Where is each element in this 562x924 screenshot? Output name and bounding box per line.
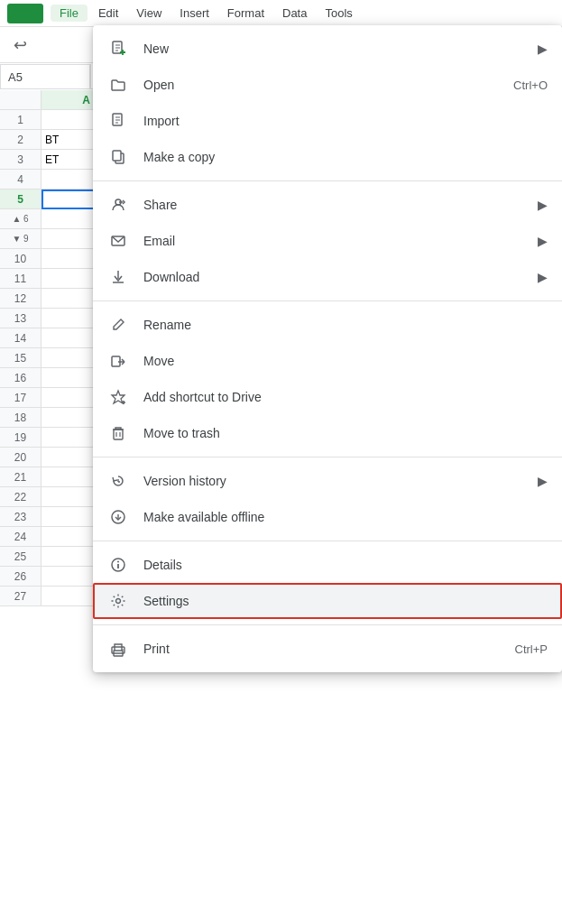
- menu-label-rename: Rename: [143, 318, 548, 332]
- row-header-11[interactable]: 11: [0, 269, 41, 289]
- svg-marker-21: [112, 391, 124, 403]
- shortcut-print: Ctrl+P: [515, 642, 548, 656]
- row-header-16[interactable]: 16: [0, 368, 41, 388]
- menu-label-email: Email: [143, 234, 538, 248]
- menu-item-share[interactable]: Share ▶: [93, 187, 562, 223]
- row-header-13[interactable]: 13: [0, 309, 41, 328]
- file-menu: New ▶ Open Ctrl+O Import: [93, 25, 562, 672]
- app-logo: [7, 4, 43, 23]
- menu-item-add-shortcut[interactable]: Add shortcut to Drive: [93, 379, 562, 415]
- settings-icon: [107, 590, 129, 612]
- divider-1: [93, 180, 562, 181]
- menu-label-print: Print: [143, 642, 515, 656]
- menu-label-add-shortcut: Add shortcut to Drive: [143, 390, 548, 404]
- arrow-icon-share: ▶: [538, 198, 548, 212]
- row-header-24[interactable]: 24: [0, 527, 41, 547]
- menu-item-email[interactable]: Email ▶: [93, 223, 562, 259]
- menu-label-import: Import: [143, 114, 548, 128]
- svg-point-35: [117, 561, 119, 563]
- row-header-18[interactable]: 18: [0, 408, 41, 428]
- share-icon: [107, 194, 129, 216]
- undo-button[interactable]: ↩: [7, 32, 32, 58]
- menu-item-details[interactable]: Details: [93, 547, 562, 583]
- row-header-10[interactable]: 10: [0, 249, 41, 269]
- menu-item-settings[interactable]: Settings: [93, 583, 562, 619]
- menu-view[interactable]: View: [129, 3, 169, 23]
- menu-item-print[interactable]: Print Ctrl+P: [93, 631, 562, 667]
- copy-icon: [107, 146, 129, 168]
- divider-4: [93, 541, 562, 541]
- menu-label-details: Details: [143, 558, 548, 572]
- row-header-5[interactable]: 5: [0, 189, 41, 209]
- menu-item-move-trash[interactable]: Move to trash: [93, 415, 562, 451]
- arrow-icon-version-history: ▶: [538, 474, 548, 488]
- menu-item-new[interactable]: New ▶: [93, 31, 562, 67]
- arrow-icon-email: ▶: [538, 234, 548, 248]
- menu-label-download: Download: [143, 270, 538, 284]
- menu-insert[interactable]: Insert: [172, 3, 217, 23]
- svg-point-36: [116, 599, 121, 604]
- row-header-25[interactable]: 25: [0, 547, 41, 567]
- row-header-6[interactable]: ▲ 6: [0, 209, 41, 229]
- row-header-9[interactable]: ▼ 9: [0, 229, 41, 249]
- menu-item-open[interactable]: Open Ctrl+O: [93, 67, 562, 103]
- row-header-19[interactable]: 19: [0, 428, 41, 448]
- divider-3: [93, 457, 562, 457]
- row-header-23[interactable]: 23: [0, 507, 41, 527]
- menu-label-offline: Make available offline: [143, 510, 548, 524]
- row-header-4[interactable]: 4: [0, 170, 41, 189]
- menu-item-download[interactable]: Download ▶: [93, 259, 562, 295]
- row-header-17[interactable]: 17: [0, 388, 41, 408]
- menu-label-make-copy: Make a copy: [143, 150, 548, 164]
- row-header-26[interactable]: 26: [0, 567, 41, 587]
- email-icon: [107, 230, 129, 252]
- menu-bar: File Edit View Insert Format Data Tools: [0, 0, 562, 27]
- menu-edit[interactable]: Edit: [91, 3, 125, 23]
- download-icon: [107, 266, 129, 288]
- row-header-14[interactable]: 14: [0, 328, 41, 348]
- menu-tools[interactable]: Tools: [318, 3, 359, 23]
- history-icon: [107, 470, 129, 492]
- row-header-27[interactable]: 27: [0, 587, 41, 606]
- name-box[interactable]: A5: [0, 64, 90, 89]
- menu-item-version-history[interactable]: Version history ▶: [93, 463, 562, 499]
- row-header-12[interactable]: 12: [0, 289, 41, 309]
- info-icon: [107, 554, 129, 576]
- menu-item-make-copy[interactable]: Make a copy: [93, 139, 562, 175]
- menu-item-move[interactable]: Move: [93, 343, 562, 379]
- divider-5: [93, 624, 562, 625]
- row-header-20[interactable]: 20: [0, 448, 41, 467]
- svg-rect-11: [113, 151, 121, 161]
- menu-label-move-trash: Move to trash: [143, 426, 548, 440]
- menu-item-offline[interactable]: Make available offline: [93, 499, 562, 535]
- corner-cell: [0, 90, 41, 110]
- row-header-21[interactable]: 21: [0, 467, 41, 487]
- menu-data[interactable]: Data: [275, 3, 314, 23]
- new-file-icon: [107, 38, 129, 60]
- rename-icon: [107, 314, 129, 336]
- shortcut-open: Ctrl+O: [513, 79, 548, 92]
- arrow-icon-download: ▶: [538, 270, 548, 284]
- add-shortcut-icon: [107, 386, 129, 408]
- row-header-15[interactable]: 15: [0, 348, 41, 368]
- divider-2: [93, 300, 562, 301]
- menu-item-rename[interactable]: Rename: [93, 307, 562, 343]
- row-header-3[interactable]: 3: [0, 150, 41, 170]
- row-header-1[interactable]: 1: [0, 110, 41, 130]
- menu-label-new: New: [143, 42, 538, 56]
- move-icon: [107, 350, 129, 372]
- menu-label-open: Open: [143, 78, 513, 92]
- menu-label-move: Move: [143, 354, 548, 368]
- menu-format[interactable]: Format: [220, 3, 272, 23]
- menu-file[interactable]: File: [51, 5, 88, 22]
- folder-icon: [107, 74, 129, 96]
- svg-rect-25: [114, 430, 123, 439]
- trash-icon: [107, 422, 129, 444]
- offline-icon: [107, 506, 129, 528]
- menu-label-version-history: Version history: [143, 474, 538, 488]
- arrow-icon-new: ▶: [538, 42, 548, 56]
- import-icon: [107, 110, 129, 132]
- row-header-2[interactable]: 2: [0, 130, 41, 150]
- row-header-22[interactable]: 22: [0, 487, 41, 507]
- menu-item-import[interactable]: Import: [93, 103, 562, 139]
